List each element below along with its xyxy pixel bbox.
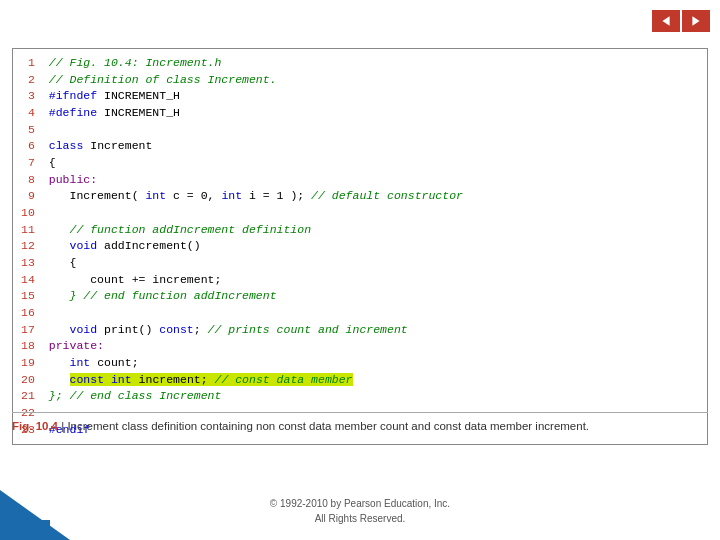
line-code: void addIncrement()	[45, 238, 707, 255]
line-num: 15	[13, 288, 45, 305]
caption-separator: |	[58, 420, 67, 432]
table-row: 13 {	[13, 255, 707, 272]
line-num: 5	[13, 122, 45, 139]
line-code: void print() const; // prints count and …	[45, 322, 707, 339]
line-code: class Increment	[45, 138, 707, 155]
line-code: private:	[45, 338, 707, 355]
code-container: 1 // Fig. 10.4: Increment.h 2 // Definit…	[12, 48, 708, 445]
line-num: 18	[13, 338, 45, 355]
table-row: 16	[13, 305, 707, 322]
table-row: 4 #define INCREMENT_H	[13, 105, 707, 122]
line-code: #define INCREMENT_H	[45, 105, 707, 122]
fig-label: Fig. 10.4	[12, 420, 58, 432]
svg-marker-0	[662, 16, 669, 26]
line-num: 3	[13, 88, 45, 105]
line-num: 11	[13, 222, 45, 239]
line-code: // function addIncrement definition	[45, 222, 707, 239]
table-row: 17 void print() const; // prints count a…	[13, 322, 707, 339]
line-num: 6	[13, 138, 45, 155]
table-row: 19 int count;	[13, 355, 707, 372]
table-row: 14 count += increment;	[13, 272, 707, 289]
line-code	[45, 205, 707, 222]
table-row: 21 }; // end class Increment	[13, 388, 707, 405]
line-num: 7	[13, 155, 45, 172]
line-num: 16	[13, 305, 45, 322]
table-row: 2 // Definition of class Increment.	[13, 72, 707, 89]
line-code	[45, 122, 707, 139]
nav-buttons	[652, 10, 710, 32]
line-num: 1	[13, 55, 45, 72]
line-num: 9	[13, 188, 45, 205]
next-button[interactable]	[682, 10, 710, 32]
line-code	[45, 305, 707, 322]
table-row: 7 {	[13, 155, 707, 172]
table-row: 8 public:	[13, 172, 707, 189]
table-row: 9 Increment( int c = 0, int i = 1 ); // …	[13, 188, 707, 205]
table-row: 12 void addIncrement()	[13, 238, 707, 255]
caption: Fig. 10.4 | Increment class definition c…	[12, 418, 708, 434]
footer-line2: All Rights Reserved.	[0, 511, 720, 526]
footer-line1: © 1992-2010 by Pearson Education, Inc.	[0, 496, 720, 511]
line-num: 13	[13, 255, 45, 272]
line-num: 19	[13, 355, 45, 372]
line-num: 4	[13, 105, 45, 122]
line-code: #ifndef INCREMENT_H	[45, 88, 707, 105]
line-num: 17	[13, 322, 45, 339]
line-code: const int increment; // const data membe…	[45, 372, 707, 389]
line-code: {	[45, 255, 707, 272]
line-code: public:	[45, 172, 707, 189]
line-num: 14	[13, 272, 45, 289]
line-code: // Fig. 10.4: Increment.h	[45, 55, 707, 72]
line-code: } // end function addIncrement	[45, 288, 707, 305]
line-num: 10	[13, 205, 45, 222]
line-code: Increment( int c = 0, int i = 1 ); // de…	[45, 188, 707, 205]
table-row: 5	[13, 122, 707, 139]
line-code: int count;	[45, 355, 707, 372]
table-row: 11 // function addIncrement definition	[13, 222, 707, 239]
table-row: 15 } // end function addIncrement	[13, 288, 707, 305]
table-row: 1 // Fig. 10.4: Increment.h	[13, 55, 707, 72]
line-num: 21	[13, 388, 45, 405]
line-code: {	[45, 155, 707, 172]
table-row: 6 class Increment	[13, 138, 707, 155]
line-num: 12	[13, 238, 45, 255]
footer: © 1992-2010 by Pearson Education, Inc. A…	[0, 496, 720, 526]
svg-marker-1	[692, 16, 699, 26]
line-num: 20	[13, 372, 45, 389]
caption-text: Increment class definition containing no…	[67, 420, 589, 432]
table-row: 3 #ifndef INCREMENT_H	[13, 88, 707, 105]
line-num: 8	[13, 172, 45, 189]
prev-button[interactable]	[652, 10, 680, 32]
code-table: 1 // Fig. 10.4: Increment.h 2 // Definit…	[13, 55, 707, 438]
line-code: }; // end class Increment	[45, 388, 707, 405]
line-code: // Definition of class Increment.	[45, 72, 707, 89]
line-code: count += increment;	[45, 272, 707, 289]
table-row: 10	[13, 205, 707, 222]
line-num: 2	[13, 72, 45, 89]
table-row: 20 const int increment; // const data me…	[13, 372, 707, 389]
table-row: 18 private:	[13, 338, 707, 355]
divider	[12, 412, 708, 413]
